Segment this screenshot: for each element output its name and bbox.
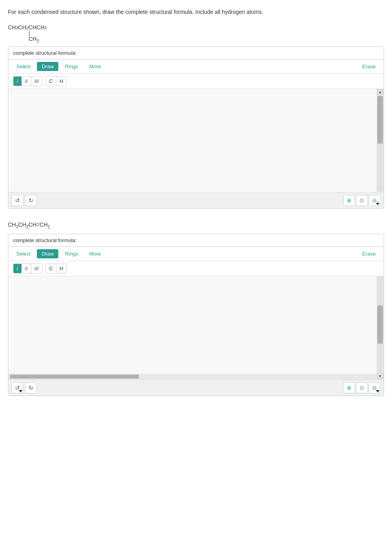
- editor-1: complete structural formula: Select Draw…: [8, 46, 384, 209]
- canvas-1-area: [8, 89, 377, 192]
- carbon-btn-1[interactable]: C: [46, 77, 56, 86]
- scrollbar-2-vertical[interactable]: ▲ ▼: [377, 276, 384, 379]
- editor-2: complete structural formula: Select Draw…: [8, 234, 384, 396]
- problem-2-section: CH3CH2CH=CH2 complete structural formula…: [8, 221, 384, 396]
- zoom-in-button-2[interactable]: ⊕: [343, 382, 355, 393]
- scroll-thumb-2: [377, 306, 383, 344]
- more-button-1[interactable]: More: [85, 62, 106, 71]
- editor-2-tools: / // /// C H: [8, 261, 384, 276]
- single-bond-btn-2[interactable]: /: [13, 264, 22, 273]
- scrollbar-1-vertical[interactable]: ▲ ▼: [377, 89, 384, 192]
- formula-1-sub: CH3: [29, 36, 39, 43]
- select-button-2[interactable]: Select: [12, 249, 35, 258]
- scroll-track-2: [377, 277, 383, 372]
- editor-2-canvas[interactable]: ▲ ▼: [8, 276, 384, 379]
- rings-button-1[interactable]: Rings: [60, 62, 83, 71]
- scroll-down-2[interactable]: ▼: [377, 373, 384, 379]
- bond-tools-2: / // ///: [13, 264, 42, 273]
- editor-2-label: complete structural formula:: [8, 234, 384, 247]
- zoom-dropdown-indicator-2: [376, 390, 380, 392]
- erase-button-2[interactable]: Erase: [357, 249, 380, 258]
- problem-1-section: CH3CH2CHCH3 | CH3 complete structural fo…: [8, 24, 384, 209]
- formula-1-bar: |: [29, 31, 39, 36]
- zoom-in-button-1[interactable]: ⊕: [343, 195, 355, 206]
- triple-bond-btn-2[interactable]: ///: [31, 264, 42, 273]
- editor-1-toolbar: Select Draw Rings More Erase: [8, 60, 384, 74]
- footer-1-right: ⊕ ⊙ ⊖: [343, 195, 380, 206]
- select-button-1[interactable]: Select: [12, 62, 35, 71]
- formula-2-display: CH3CH2CH=CH2: [8, 221, 384, 229]
- redo-button-1[interactable]: ↻: [25, 195, 37, 206]
- single-bond-btn-1[interactable]: /: [13, 77, 22, 86]
- redo-button-2[interactable]: ↻: [25, 382, 37, 393]
- triple-bond-btn-1[interactable]: ///: [31, 77, 42, 86]
- zoom-dropdown-indicator-1: [376, 203, 380, 205]
- scroll-thumb-1: [377, 96, 383, 144]
- scroll-track-1: [377, 96, 383, 191]
- more-button-2[interactable]: More: [85, 249, 106, 258]
- double-bond-btn-1[interactable]: //: [22, 77, 31, 86]
- rings-button-2[interactable]: Rings: [60, 249, 83, 258]
- zoom-reset-button-1[interactable]: ⊙: [356, 195, 368, 206]
- hydrogen-btn-2[interactable]: H: [56, 264, 66, 273]
- hscroll-thumb-2: [10, 375, 139, 379]
- canvas-2-area: [8, 276, 377, 379]
- instructions-text: For each condensed structure shown, draw…: [8, 8, 384, 16]
- editor-1-footer: ↺ ↻ ⊕ ⊙ ⊖: [8, 192, 384, 208]
- erase-button-1[interactable]: Erase: [357, 62, 380, 71]
- bond-tools-1: / // ///: [13, 76, 42, 86]
- editor-1-tools: / // /// C H: [8, 74, 384, 89]
- atom-tools-2: C H: [46, 264, 67, 273]
- scroll-up-1[interactable]: ▲: [377, 89, 384, 95]
- atom-tools-1: C H: [46, 76, 67, 86]
- formula-2-main: CH3CH2CH=CH2: [8, 221, 50, 229]
- undo-dropdown-indicator-2: [19, 390, 23, 392]
- footer-2-left: ↺ ↻: [12, 382, 37, 393]
- draw-button-1[interactable]: Draw: [37, 62, 58, 71]
- editor-1-canvas[interactable]: ▲ ▼: [8, 89, 384, 192]
- footer-2-right: ⊕ ⊙ ⊖: [343, 382, 380, 393]
- formula-1-display: CH3CH2CHCH3 | CH3: [8, 24, 384, 43]
- undo-button-1[interactable]: ↺: [12, 195, 23, 206]
- editor-2-footer: ↺ ↻ ⊕ ⊙ ⊖: [8, 379, 384, 396]
- drawing-area-1[interactable]: [8, 89, 377, 192]
- hydrogen-btn-1[interactable]: H: [56, 77, 66, 86]
- hscroll-2[interactable]: [8, 374, 377, 379]
- editor-2-toolbar: Select Draw Rings More Erase: [8, 247, 384, 261]
- zoom-reset-button-2[interactable]: ⊙: [356, 382, 368, 393]
- carbon-btn-2[interactable]: C: [46, 264, 56, 273]
- double-bond-btn-2[interactable]: //: [22, 264, 31, 273]
- formula-1-main: CH3CH2CHCH3: [8, 24, 47, 31]
- drawing-area-2[interactable]: [8, 276, 377, 374]
- editor-1-label: complete structural formula:: [8, 47, 384, 60]
- draw-button-2[interactable]: Draw: [37, 249, 58, 258]
- footer-1-left: ↺ ↻: [12, 195, 37, 206]
- formula-1-branch: | CH3: [29, 31, 39, 43]
